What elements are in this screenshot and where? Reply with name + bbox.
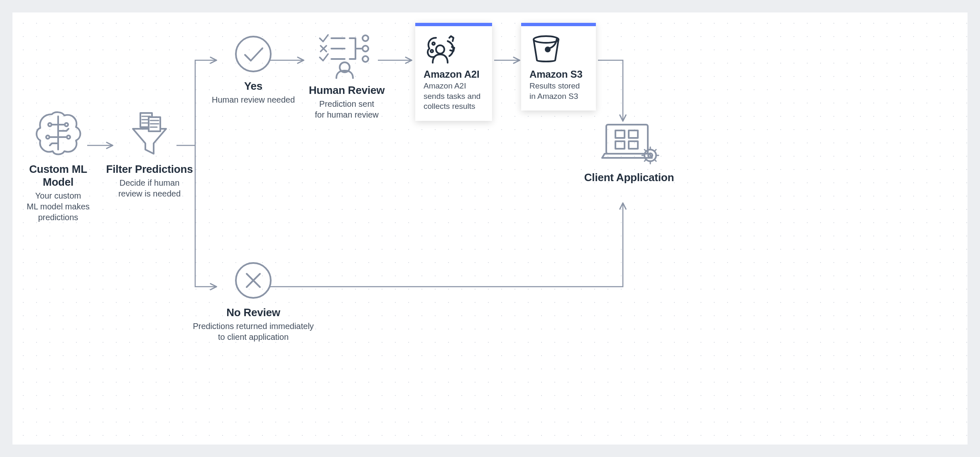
node-yes: Yes Human review needed	[201, 33, 305, 105]
card-title: Amazon S3	[529, 69, 588, 80]
svg-point-8	[46, 135, 49, 139]
node-human-review: Human Review Prediction sentfor human re…	[301, 29, 392, 120]
node-desc: Prediction sentfor human review	[301, 98, 392, 120]
laptop-gear-icon	[583, 120, 675, 168]
node-desc: Human review needed	[201, 94, 305, 105]
card-desc: Results storedin Amazon S3	[529, 81, 588, 101]
svg-point-20	[432, 42, 435, 45]
svg-point-18	[363, 56, 368, 62]
svg-point-23	[534, 36, 559, 43]
svg-point-21	[431, 50, 433, 52]
svg-rect-28	[615, 141, 625, 149]
node-desc: Predictions returned immediatelyto clien…	[183, 321, 324, 342]
x-circle-icon	[183, 260, 324, 303]
node-desc: Decide if humanreview is needed	[106, 177, 193, 199]
svg-rect-26	[615, 130, 625, 138]
svg-point-24	[546, 47, 550, 52]
card-title: Amazon A2I	[424, 69, 484, 80]
node-title: Custom ML Model	[17, 163, 100, 189]
node-no-review: No Review Predictions returned immediate…	[183, 260, 324, 342]
node-client-application: Client Application	[583, 120, 675, 184]
card-amazon-s3: Amazon S3 Results storedin Amazon S3	[521, 23, 596, 111]
s3-bucket-icon	[529, 34, 588, 66]
node-title: Yes	[201, 80, 305, 93]
card-amazon-a2i: Amazon A2I Amazon A2Isends tasks andcoll…	[415, 23, 492, 121]
node-title: Client Application	[583, 171, 675, 184]
svg-line-37	[654, 160, 656, 161]
check-circle-icon	[201, 33, 305, 76]
a2i-service-icon	[424, 34, 484, 66]
node-title: Human Review	[301, 84, 392, 97]
svg-point-6	[48, 123, 51, 126]
node-title: Filter Predictions	[106, 163, 193, 176]
svg-line-36	[644, 150, 646, 151]
node-filter-predictions: Filter Predictions Decide if humanreview…	[106, 108, 193, 199]
node-title: No Review	[183, 306, 324, 319]
svg-point-17	[363, 46, 368, 52]
svg-line-38	[654, 150, 656, 151]
node-custom-ml-model: Custom ML Model Your customML model make…	[17, 108, 100, 223]
svg-line-39	[644, 160, 646, 161]
svg-point-16	[363, 35, 368, 41]
brain-chip-icon	[17, 108, 100, 160]
svg-point-22	[436, 45, 444, 54]
card-desc: Amazon A2Isends tasks andcollects result…	[424, 81, 484, 112]
svg-point-9	[67, 135, 70, 139]
svg-rect-27	[629, 130, 638, 138]
checklist-person-icon	[301, 29, 392, 81]
svg-point-12	[236, 37, 271, 71]
node-desc: Your customML model makespredictions	[17, 190, 100, 223]
svg-point-7	[65, 123, 68, 126]
funnel-docs-icon	[106, 108, 193, 160]
svg-rect-25	[606, 125, 648, 154]
diagram-canvas: Custom ML Model Your customML model make…	[12, 12, 968, 445]
svg-rect-29	[629, 141, 638, 149]
